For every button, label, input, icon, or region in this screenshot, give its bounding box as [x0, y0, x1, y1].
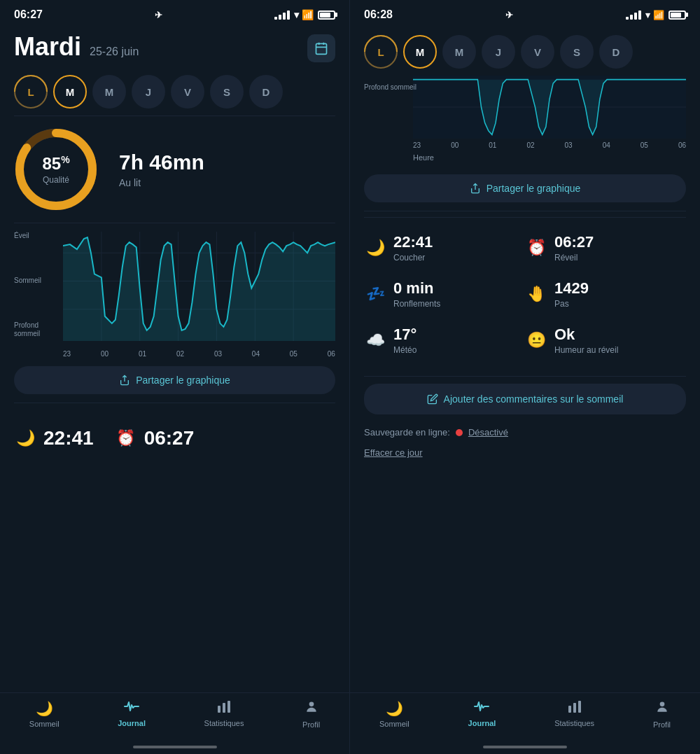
- r-day-L[interactable]: L: [364, 35, 398, 69]
- svg-point-17: [309, 702, 314, 707]
- status-bar-right: 06:28 ✈ ▾ 📶: [350, 0, 700, 25]
- backup-status[interactable]: Désactivé: [468, 427, 508, 438]
- left-content: Mardi 25-26 juin L M M J V S D: [0, 25, 349, 692]
- signal-bars: [274, 11, 290, 20]
- quality-ring: 85% Qualité: [14, 127, 98, 211]
- r-day-J[interactable]: J: [482, 35, 515, 69]
- weather-stat-icon: ☁️: [364, 331, 386, 349]
- stat-coucher: 🌙 22:41: [14, 420, 94, 456]
- stats-grid: 🌙 22:41 Coucher ⏰ 06:27 Réveil 💤 0 min R…: [364, 217, 686, 370]
- steps-stat-icon: 🤚: [525, 285, 547, 303]
- stat-meteo: ☁️ 17° Météo: [364, 319, 525, 362]
- svg-rect-0: [316, 43, 327, 54]
- r-day-S[interactable]: S: [560, 35, 594, 69]
- nav-journal-left[interactable]: Journal: [118, 700, 146, 729]
- svg-rect-21: [573, 703, 576, 713]
- day-M2[interactable]: M: [92, 75, 126, 109]
- home-indicator-right: [483, 746, 567, 748]
- signal-bars-right: [626, 11, 641, 20]
- day-selector-right: L M M J V S D: [364, 25, 686, 76]
- page-title: Mardi: [14, 32, 81, 62]
- title-area: Mardi 25-26 juin: [14, 25, 335, 68]
- snore-stat-icon: 💤: [364, 285, 386, 303]
- share-button-right[interactable]: Partager le graphique: [364, 174, 686, 202]
- day-V[interactable]: V: [171, 75, 204, 109]
- bar-nav-icon: [216, 700, 232, 716]
- right-panel: 06:28 ✈ ▾ 📶 L M M J V S D: [350, 0, 700, 754]
- svg-rect-15: [223, 703, 225, 713]
- left-panel: 06:27 ✈ ▾ 📶 Mardi 25-26 juin: [0, 0, 350, 754]
- stat-reveil: ⏰ 06:27: [115, 420, 195, 456]
- day-D[interactable]: D: [249, 75, 283, 109]
- stat-ronflements: 💤 0 min Ronflements: [364, 272, 525, 316]
- svg-rect-16: [227, 701, 230, 713]
- page-subtitle: 25-26 juin: [90, 46, 139, 58]
- battery-icon: [318, 11, 335, 20]
- svg-rect-22: [578, 701, 581, 713]
- backup-row: Sauvegarde en ligne: Désactivé: [364, 421, 686, 443]
- r-day-M2[interactable]: M: [442, 35, 476, 69]
- bottom-nav-left: 🌙 Sommeil Journal Statistiques: [0, 692, 349, 743]
- quality-section: 85% Qualité 7h 46mn Au lit: [14, 116, 335, 223]
- deep-sleep-label: Profond sommeil: [364, 83, 416, 92]
- nav-profil-right[interactable]: Profil: [653, 700, 671, 729]
- r-day-D[interactable]: D: [599, 35, 633, 69]
- chart-y-labels: Éveil Sommeil Profondsommeil: [14, 232, 41, 341]
- home-indicator-left: [133, 746, 217, 748]
- moon-icon: 🌙: [14, 429, 36, 447]
- person-nav-icon: [304, 700, 318, 718]
- day-S[interactable]: S: [210, 75, 244, 109]
- calendar-button[interactable]: [307, 34, 335, 62]
- delete-link[interactable]: Effacer ce jour: [364, 443, 686, 462]
- nav-stats-right[interactable]: Statistiques: [554, 700, 594, 729]
- moon-nav-icon: 🌙: [36, 700, 53, 717]
- day-J[interactable]: J: [132, 75, 165, 109]
- time-info: 7h 46mn Au lit: [119, 151, 204, 188]
- add-comment-button[interactable]: Ajouter des commentaires sur le sommeil: [364, 384, 686, 414]
- wifi-icon: ▾ 📶: [294, 9, 314, 20]
- day-M-active[interactable]: M: [53, 75, 87, 109]
- pulse-nav-icon-r: [474, 700, 489, 716]
- svg-point-23: [659, 702, 664, 707]
- status-icons-left: ▾ 📶: [274, 9, 335, 20]
- r-day-V[interactable]: V: [521, 35, 554, 69]
- location-icon-right: ✈: [505, 10, 513, 20]
- alarm-stat-icon: ⏰: [525, 239, 547, 257]
- day-selector-left: L M M J V S D: [14, 68, 335, 116]
- heure-label: Heure: [364, 152, 686, 166]
- nav-sommeil-right[interactable]: 🌙 Sommeil: [379, 700, 410, 729]
- backup-dot: [456, 429, 463, 436]
- nav-journal-right[interactable]: Journal: [468, 700, 496, 729]
- battery-icon-right: [668, 11, 686, 20]
- bar-nav-icon-r: [567, 700, 582, 716]
- pulse-nav-icon: [124, 700, 139, 716]
- bottom-stats-preview: 🌙 22:41 ⏰ 06:27: [14, 409, 335, 456]
- chart-wrapper: Éveil Sommeil Profondsommeil: [14, 232, 335, 358]
- bottom-nav-right: 🌙 Sommeil Journal Statistiques: [350, 692, 700, 743]
- share-button[interactable]: Partager le graphique: [14, 366, 335, 394]
- stat-coucher-right: 🌙 22:41 Coucher: [364, 226, 525, 270]
- wifi-icon-right: ▾ 📶: [645, 10, 664, 20]
- status-bar-left: 06:27 ✈ ▾ 📶: [0, 0, 349, 25]
- person-nav-icon-r: [655, 700, 669, 718]
- svg-rect-20: [568, 706, 571, 713]
- nav-profil-left[interactable]: Profil: [302, 700, 320, 729]
- location-icon: ✈: [155, 10, 162, 20]
- mood-stat-icon: 😐: [525, 331, 547, 349]
- time-right: 06:28: [364, 8, 393, 21]
- stat-reveil-right: ⏰ 06:27 Réveil: [525, 226, 686, 270]
- right-content: L M M J V S D Profond sommeil 23 00 01: [350, 25, 700, 692]
- r-day-M-active[interactable]: M: [403, 35, 437, 69]
- chart-x-labels: 23 00 01 02 03 04 05 06: [63, 350, 335, 358]
- svg-rect-14: [218, 706, 220, 713]
- time-left: 06:27: [14, 8, 43, 21]
- chart-canvas: [63, 232, 335, 341]
- stat-humeur: 😐 Ok Humeur au réveil: [525, 319, 686, 362]
- quality-label: 85% Qualité: [42, 154, 69, 185]
- alarm-icon: ⏰: [115, 429, 137, 447]
- day-L[interactable]: L: [14, 75, 48, 109]
- nav-sommeil-left[interactable]: 🌙 Sommeil: [29, 700, 59, 729]
- nav-stats-left[interactable]: Statistiques: [204, 700, 244, 729]
- stat-pas: 🤚 1429 Pas: [525, 272, 686, 316]
- mini-chart-section: Profond sommeil 23 00 01 02 03 04 05 06: [364, 76, 686, 149]
